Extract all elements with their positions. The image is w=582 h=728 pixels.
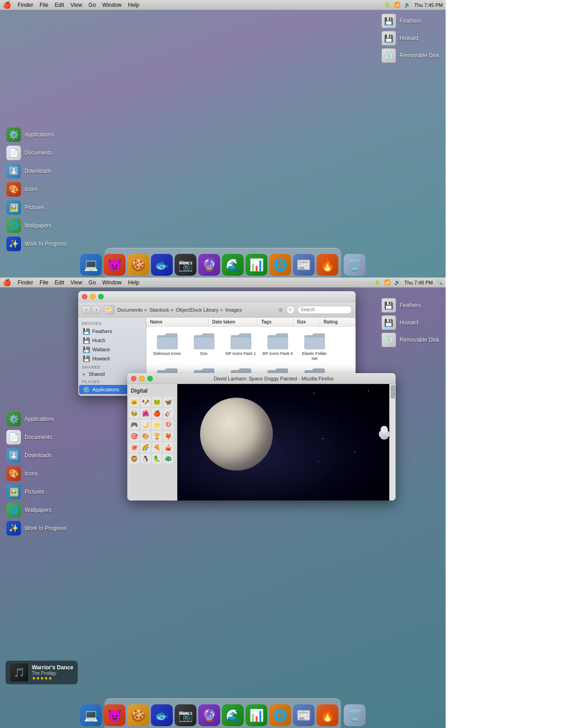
browser-icon-22[interactable]: 🦜 bbox=[152, 454, 162, 464]
desktop-icon-wallpapers-2[interactable]: 🌐 Wallpapers bbox=[6, 503, 66, 517]
browser-max-button[interactable] bbox=[147, 376, 153, 381]
dock-item-7[interactable]: 📊 bbox=[246, 254, 267, 276]
dock-trash[interactable]: 🗑️ bbox=[344, 254, 366, 276]
browser-icon-12[interactable]: 🎯 bbox=[129, 431, 139, 441]
browser-icon-0[interactable]: 🐱 bbox=[129, 397, 139, 407]
browser-icon-9[interactable]: 🌙 bbox=[140, 420, 151, 430]
dock-bottom-item-2[interactable]: 🍪 bbox=[127, 704, 149, 726]
dock-item-3[interactable]: 🐟 bbox=[151, 254, 173, 276]
path-documents[interactable]: Documents bbox=[117, 307, 143, 313]
browser-icon-19[interactable]: 🎪 bbox=[163, 442, 173, 452]
col-tags[interactable]: Tags bbox=[257, 318, 293, 326]
desktop-icon-icons[interactable]: 🎨 Icons bbox=[6, 182, 66, 197]
back-button[interactable]: ‹ bbox=[82, 306, 91, 314]
menu-edit[interactable]: Edit bbox=[55, 2, 64, 8]
maximize-button[interactable] bbox=[98, 294, 104, 299]
browser-icon-21[interactable]: 🐧 bbox=[140, 454, 151, 464]
close-button[interactable] bbox=[82, 294, 87, 299]
browser-icon-6[interactable]: 🍎 bbox=[152, 408, 162, 418]
browser-close-button[interactable] bbox=[131, 376, 136, 381]
sidebar-hutch[interactable]: 💾 Hutch bbox=[79, 336, 145, 345]
desktop-icon-documents-2[interactable]: 📄 Documents bbox=[6, 430, 66, 445]
col-name[interactable]: Name bbox=[146, 318, 209, 326]
disk-howard-2[interactable]: 💾 Howard bbox=[381, 315, 439, 330]
browser-icon-7[interactable]: 🎸 bbox=[163, 408, 173, 418]
browser-icon-10[interactable]: ⭐ bbox=[152, 420, 162, 430]
browser-icon-16[interactable]: 🐙 bbox=[129, 442, 139, 452]
dock-item-1[interactable]: 😈 bbox=[104, 254, 125, 276]
menu-edit-2[interactable]: Edit bbox=[55, 279, 64, 286]
dock-bottom-item-8[interactable]: 🌐 bbox=[269, 704, 291, 726]
disk-feathers-2[interactable]: 💾 Feathers bbox=[381, 298, 439, 313]
sidebar-howard[interactable]: 💾 Howard bbox=[79, 354, 145, 363]
minimize-button[interactable] bbox=[90, 294, 95, 299]
browser-icon-15[interactable]: 🦊 bbox=[163, 431, 173, 441]
menu-window[interactable]: Window bbox=[102, 2, 122, 8]
search-icon[interactable]: 🔍 bbox=[436, 279, 443, 285]
desktop-icon-pictures-2[interactable]: 🖼️ Pictures bbox=[6, 485, 66, 499]
menu-help-2[interactable]: Help bbox=[128, 279, 140, 286]
desktop-icon-downloads-2[interactable]: ⬇️ Downloads bbox=[6, 448, 66, 463]
disk-removable[interactable]: 💿 Removable Disk bbox=[381, 48, 439, 63]
folder-item-4[interactable]: Elastic Folder Set bbox=[297, 330, 331, 363]
disk-removable-2[interactable]: 💿 Removable Disk bbox=[381, 333, 439, 347]
menu-go[interactable]: Go bbox=[89, 2, 96, 8]
desktop-icon-wallpapers[interactable]: 🌐 Wallpapers bbox=[6, 218, 66, 233]
dock-bottom-item-1[interactable]: 😈 bbox=[104, 704, 125, 726]
dock-bottom-item-7[interactable]: 📊 bbox=[246, 704, 267, 726]
path-images[interactable]: Images bbox=[226, 307, 242, 313]
view-icon[interactable]: 📁 bbox=[104, 305, 115, 314]
col-rating[interactable]: Rating bbox=[320, 318, 356, 326]
menu-window-2[interactable]: Window bbox=[102, 279, 122, 286]
dock-bottom-item-5[interactable]: 🔮 bbox=[198, 704, 220, 726]
desktop-icon-pictures[interactable]: 🖼️ Pictures bbox=[6, 200, 66, 215]
folder-item-1[interactable]: Dox bbox=[187, 330, 221, 363]
browser-icon-11[interactable]: 🍄 bbox=[163, 420, 173, 430]
sidebar-wallace[interactable]: 💾 Wallace bbox=[79, 345, 145, 354]
browser-icon-23[interactable]: 🦚 bbox=[163, 454, 173, 464]
desktop-icon-applications[interactable]: ⚙️ Applications bbox=[6, 127, 66, 142]
apple-menu-2[interactable]: 🍎 bbox=[3, 278, 11, 287]
dock-item-5[interactable]: 🔮 bbox=[198, 254, 220, 276]
browser-icon-4[interactable]: 🐝 bbox=[129, 408, 139, 418]
desktop-icon-documents[interactable]: 📄 Documents bbox=[6, 146, 66, 160]
dock-item-10[interactable]: 🔥 bbox=[316, 254, 338, 276]
dock-item-8[interactable]: 🌐 bbox=[269, 254, 291, 276]
browser-icon-17[interactable]: 🌈 bbox=[140, 442, 151, 452]
search-input[interactable] bbox=[297, 306, 352, 314]
browser-icon-20[interactable]: 🦁 bbox=[129, 454, 139, 464]
sidebar-feathers[interactable]: 💾 Feathers bbox=[79, 327, 145, 336]
apple-menu[interactable]: 🍎 bbox=[3, 1, 11, 9]
forward-button[interactable]: › bbox=[92, 306, 101, 314]
filter-icon[interactable]: ⊕ bbox=[277, 307, 284, 313]
dock-bottom-item-6[interactable]: 🌊 bbox=[222, 704, 244, 726]
disk-howard[interactable]: 💾 Howard bbox=[381, 31, 439, 46]
menu-go-2[interactable]: Go bbox=[89, 279, 96, 286]
refresh-button[interactable]: ↻ bbox=[286, 306, 295, 314]
path-stardock[interactable]: Stardock bbox=[150, 307, 169, 313]
menu-finder[interactable]: Finder bbox=[18, 2, 33, 8]
col-size[interactable]: Size bbox=[293, 318, 320, 326]
desktop-icon-icons-2[interactable]: 🎨 Icons bbox=[6, 466, 66, 481]
desktop-icon-wip[interactable]: ✨ Work In Progress bbox=[6, 237, 66, 251]
browser-icon-14[interactable]: 🏆 bbox=[152, 431, 162, 441]
dock-bottom-item-4[interactable]: 📷 bbox=[175, 704, 196, 726]
col-date[interactable]: Date taken bbox=[209, 318, 258, 326]
desktop-icon-wip-2[interactable]: ✨ Work In Progress bbox=[6, 521, 66, 536]
browser-scrollbar[interactable] bbox=[389, 384, 396, 500]
dock-item-9[interactable]: 📰 bbox=[293, 254, 315, 276]
menu-file-2[interactable]: File bbox=[40, 279, 48, 286]
folder-item-2[interactable]: DP Icons Pack 1 bbox=[224, 330, 258, 363]
dock-bottom-trash[interactable]: 🗑️ bbox=[344, 704, 366, 726]
browser-icon-2[interactable]: 🐸 bbox=[152, 397, 162, 407]
dock-item-4[interactable]: 📷 bbox=[175, 254, 196, 276]
dock-bottom-item-10[interactable]: 🔥 bbox=[316, 704, 338, 726]
path-objectdock[interactable]: ObjectDock Library bbox=[176, 307, 219, 313]
dock-bottom-item-9[interactable]: 📰 bbox=[293, 704, 315, 726]
menu-finder-2[interactable]: Finder bbox=[18, 279, 33, 286]
dock-item-2[interactable]: 🍪 bbox=[127, 254, 149, 276]
disk-feathers[interactable]: 💾 Feathers bbox=[381, 14, 439, 28]
menu-file[interactable]: File bbox=[40, 2, 48, 8]
menu-view-2[interactable]: View bbox=[70, 279, 82, 286]
dock-bottom-item-0[interactable]: 💻 bbox=[80, 704, 102, 726]
